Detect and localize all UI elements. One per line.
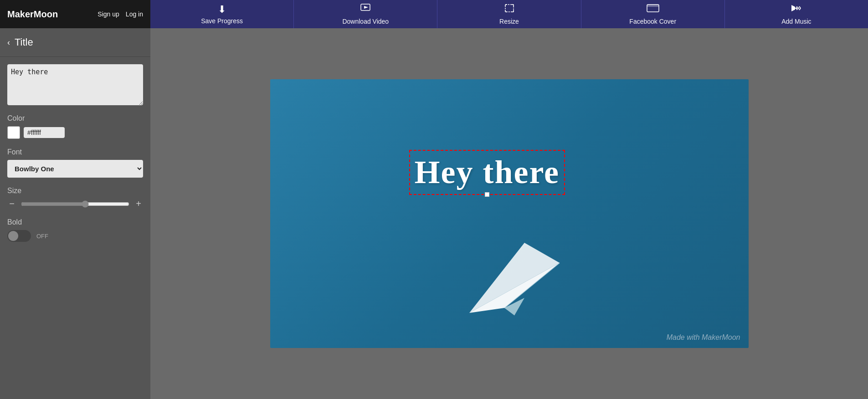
canvas-text-content: Hey there — [415, 154, 560, 190]
bold-toggle[interactable] — [7, 230, 31, 242]
size-controls: − + — [7, 199, 143, 209]
sidebar-body: Color Font Bowlby One Arial Georgia Robo… — [0, 57, 150, 249]
add-music-label: Add Music — [781, 18, 811, 25]
save-progress-label: Save Progress — [201, 17, 243, 25]
text-resize-handle[interactable] — [485, 192, 489, 197]
svg-marker-1 — [364, 6, 368, 9]
size-section: Size − + — [7, 187, 143, 209]
svg-line-18 — [799, 6, 801, 8]
svg-line-19 — [799, 8, 801, 10]
sidebar-title: Title — [15, 36, 33, 48]
canvas-text-element[interactable]: Hey there — [409, 150, 565, 195]
canvas-area: Hey there Made with MakerMoon — [150, 28, 868, 399]
text-input[interactable] — [7, 64, 143, 105]
font-section: Font Bowlby One Arial Georgia Roboto Ope… — [7, 148, 143, 178]
color-swatch[interactable] — [7, 126, 20, 139]
toggle-knob — [8, 231, 18, 241]
sidebar: ‹ Title Color Font Bowlby One Arial Ge — [0, 28, 150, 399]
bold-toggle-row: OFF — [7, 230, 143, 242]
topbar: MakerMoon Sign up Log in ⬇ Save Progress… — [0, 0, 868, 28]
watermark: Made with MakerMoon — [667, 333, 740, 342]
paper-plane-icon — [464, 223, 565, 323]
resize-icon — [504, 3, 515, 16]
download-video-icon — [360, 3, 371, 16]
bold-label: Bold — [7, 218, 143, 226]
download-video-button[interactable]: Download Video — [294, 0, 437, 28]
sidebar-header: ‹ Title — [0, 28, 150, 57]
color-hex-input[interactable] — [24, 127, 65, 138]
login-link[interactable]: Log in — [126, 10, 143, 18]
facebook-cover-button[interactable]: Facebook Cover — [581, 0, 725, 28]
download-video-label: Download Video — [342, 18, 389, 25]
video-canvas[interactable]: Hey there Made with MakerMoon — [270, 79, 749, 348]
auth-links: Sign up Log in — [98, 10, 143, 18]
bold-toggle-state-label: OFF — [36, 233, 48, 240]
save-progress-button[interactable]: ⬇ Save Progress — [150, 0, 294, 28]
main-content: ‹ Title Color Font Bowlby One Arial Ge — [0, 28, 868, 399]
facebook-cover-label: Facebook Cover — [629, 18, 676, 25]
color-input-row — [7, 126, 143, 139]
toolbar-buttons: ⬇ Save Progress Download Video — [150, 0, 868, 28]
svg-marker-13 — [791, 5, 795, 11]
resize-label: Resize — [499, 18, 519, 25]
size-label: Size — [7, 187, 143, 195]
logo: MakerMoon — [7, 9, 58, 20]
size-decrease-button[interactable]: − — [7, 199, 16, 209]
back-button[interactable]: ‹ — [7, 38, 10, 47]
svg-rect-2 — [505, 5, 514, 12]
signup-link[interactable]: Sign up — [98, 10, 119, 18]
font-label: Font — [7, 148, 143, 156]
font-select[interactable]: Bowlby One Arial Georgia Roboto Open San… — [7, 160, 143, 178]
color-section: Color — [7, 114, 143, 139]
svg-line-17 — [798, 8, 799, 9]
svg-marker-21 — [469, 243, 560, 313]
size-increase-button[interactable]: + — [134, 199, 143, 209]
facebook-cover-icon — [647, 3, 659, 16]
bold-section: Bold OFF — [7, 218, 143, 242]
logo-area: MakerMoon Sign up Log in — [0, 0, 150, 28]
save-progress-icon: ⬇ — [218, 4, 226, 15]
svg-rect-12 — [647, 5, 659, 7]
add-music-button[interactable]: Add Music — [725, 0, 868, 28]
color-label: Color — [7, 114, 143, 123]
resize-button[interactable]: Resize — [437, 0, 581, 28]
add-music-icon — [791, 3, 802, 16]
size-slider[interactable] — [21, 200, 129, 208]
